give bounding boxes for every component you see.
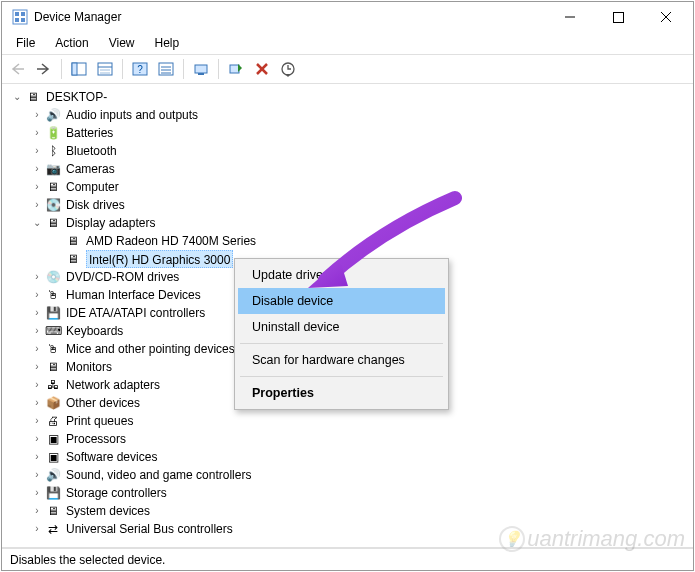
device-category-icon: 🖱 bbox=[44, 340, 62, 358]
tree-item[interactable]: ›🔊Sound, video and game controllers bbox=[10, 466, 693, 484]
device-category-icon: ▣ bbox=[44, 448, 62, 466]
toolbar-separator bbox=[61, 59, 62, 79]
toolbar-separator bbox=[122, 59, 123, 79]
device-category-icon: 💾 bbox=[44, 304, 62, 322]
properties-button[interactable] bbox=[93, 58, 117, 80]
chevron-right-icon[interactable]: › bbox=[30, 520, 44, 538]
tree-item-label: Mice and other pointing devices bbox=[66, 340, 235, 358]
tree-item[interactable]: ›📷Cameras bbox=[10, 160, 693, 178]
help-button[interactable]: ? bbox=[128, 58, 152, 80]
menu-file[interactable]: File bbox=[8, 34, 43, 52]
menu-view[interactable]: View bbox=[101, 34, 143, 52]
chevron-right-icon[interactable]: › bbox=[30, 430, 44, 448]
back-button[interactable] bbox=[6, 58, 30, 80]
watermark: 💡 uantrimang.com bbox=[499, 526, 685, 552]
computer-icon: 🖥 bbox=[24, 88, 42, 106]
context-scan-hardware[interactable]: Scan for hardware changes bbox=[238, 347, 445, 373]
chevron-right-icon[interactable]: › bbox=[30, 340, 44, 358]
device-category-icon: 🖱 bbox=[44, 286, 62, 304]
tree-item[interactable]: ›🖥Computer bbox=[10, 178, 693, 196]
tree-item[interactable]: ›🖥System devices bbox=[10, 502, 693, 520]
chevron-right-icon[interactable]: › bbox=[30, 466, 44, 484]
device-category-icon: ⌨ bbox=[44, 322, 62, 340]
tree-child[interactable]: 🖥AMD Radeon HD 7400M Series bbox=[10, 232, 693, 250]
chevron-right-icon[interactable]: › bbox=[30, 502, 44, 520]
tree-root-label: DESKTOP- bbox=[46, 88, 107, 106]
context-properties[interactable]: Properties bbox=[238, 380, 445, 406]
tree-item[interactable]: ›▣Processors bbox=[10, 430, 693, 448]
tree-item-label: Processors bbox=[66, 430, 126, 448]
tree-item[interactable]: ›▣Software devices bbox=[10, 448, 693, 466]
chevron-right-icon[interactable]: › bbox=[30, 412, 44, 430]
statusbar-text: Disables the selected device. bbox=[10, 553, 165, 567]
tree-item[interactable]: ›🔋Batteries bbox=[10, 124, 693, 142]
svg-rect-21 bbox=[195, 65, 207, 73]
tree-item-label: Monitors bbox=[66, 358, 112, 376]
tree-item-label: System devices bbox=[66, 502, 150, 520]
tree-item-label: Software devices bbox=[66, 448, 157, 466]
tree-item[interactable]: ›🖨Print queues bbox=[10, 412, 693, 430]
chevron-right-icon[interactable]: › bbox=[30, 196, 44, 214]
svg-rect-6 bbox=[613, 12, 623, 22]
menu-help[interactable]: Help bbox=[147, 34, 188, 52]
chevron-right-icon[interactable]: › bbox=[30, 394, 44, 412]
chevron-right-icon[interactable]: › bbox=[30, 160, 44, 178]
tree-item[interactable]: ›💽Disk drives bbox=[10, 196, 693, 214]
chevron-down-icon[interactable]: ⌄ bbox=[30, 214, 44, 232]
tree-item[interactable]: ›💾Storage controllers bbox=[10, 484, 693, 502]
action-button[interactable] bbox=[154, 58, 178, 80]
tree-child-label: Intel(R) HD Graphics 3000 bbox=[87, 251, 232, 269]
tree-item[interactable]: ›🔊Audio inputs and outputs bbox=[10, 106, 693, 124]
device-category-icon: 💾 bbox=[44, 484, 62, 502]
chevron-right-icon[interactable]: › bbox=[30, 124, 44, 142]
chevron-right-icon[interactable]: › bbox=[30, 484, 44, 502]
app-icon bbox=[12, 9, 28, 25]
tree-item-label: Display adapters bbox=[66, 214, 155, 232]
context-menu: Update driver Disable device Uninstall d… bbox=[234, 258, 449, 410]
device-category-icon: 🔊 bbox=[44, 466, 62, 484]
tree-item-label: Print queues bbox=[66, 412, 133, 430]
svg-rect-2 bbox=[21, 12, 25, 16]
tree-item-label: Computer bbox=[66, 178, 119, 196]
chevron-right-icon[interactable]: › bbox=[30, 358, 44, 376]
device-category-icon: 🖧 bbox=[44, 376, 62, 394]
context-disable-device[interactable]: Disable device bbox=[238, 288, 445, 314]
svg-rect-10 bbox=[72, 63, 77, 75]
close-button[interactable] bbox=[651, 7, 681, 27]
tree-item[interactable]: ›ᛒBluetooth bbox=[10, 142, 693, 160]
device-category-icon: 💿 bbox=[44, 268, 62, 286]
tree-item-label: Batteries bbox=[66, 124, 113, 142]
toolbar-separator bbox=[183, 59, 184, 79]
chevron-right-icon[interactable]: › bbox=[30, 376, 44, 394]
maximize-button[interactable] bbox=[603, 7, 633, 27]
chevron-right-icon[interactable]: › bbox=[30, 286, 44, 304]
chevron-right-icon[interactable]: › bbox=[30, 268, 44, 286]
tree-item-label: Storage controllers bbox=[66, 484, 167, 502]
chevron-right-icon[interactable]: › bbox=[30, 304, 44, 322]
context-uninstall-device[interactable]: Uninstall device bbox=[238, 314, 445, 340]
chevron-right-icon[interactable]: › bbox=[30, 178, 44, 196]
toolbar: ? bbox=[2, 54, 693, 84]
tree-item-label: Cameras bbox=[66, 160, 115, 178]
tree-item-label: Sound, video and game controllers bbox=[66, 466, 251, 484]
context-separator bbox=[240, 343, 443, 344]
forward-button[interactable] bbox=[32, 58, 56, 80]
chevron-right-icon[interactable]: › bbox=[30, 322, 44, 340]
tree-root[interactable]: ⌄🖥DESKTOP- bbox=[10, 88, 693, 106]
minimize-button[interactable] bbox=[555, 7, 585, 27]
chevron-right-icon[interactable]: › bbox=[30, 106, 44, 124]
update-driver-button[interactable] bbox=[276, 58, 300, 80]
tree-item[interactable]: ⌄🖥Display adapters bbox=[10, 214, 693, 232]
uninstall-device-button[interactable] bbox=[250, 58, 274, 80]
scan-hardware-button[interactable] bbox=[189, 58, 213, 80]
enable-device-button[interactable] bbox=[224, 58, 248, 80]
svg-rect-22 bbox=[198, 73, 204, 75]
show-hide-tree-button[interactable] bbox=[67, 58, 91, 80]
chevron-right-icon[interactable]: › bbox=[30, 142, 44, 160]
device-category-icon: 🖨 bbox=[44, 412, 62, 430]
window-title: Device Manager bbox=[34, 10, 555, 24]
context-update-driver[interactable]: Update driver bbox=[238, 262, 445, 288]
chevron-down-icon[interactable]: ⌄ bbox=[10, 88, 24, 106]
menu-action[interactable]: Action bbox=[47, 34, 96, 52]
chevron-right-icon[interactable]: › bbox=[30, 448, 44, 466]
